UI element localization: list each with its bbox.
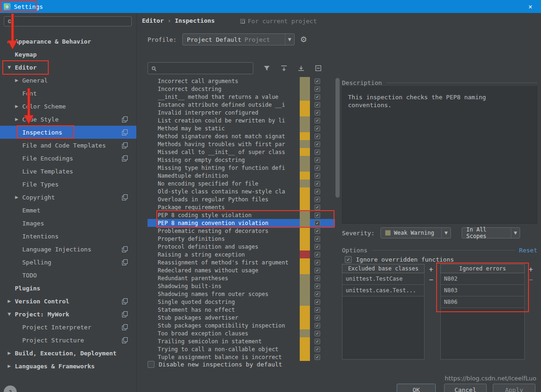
inspection-checkbox[interactable]: ✓ xyxy=(315,181,320,186)
inspection-row[interactable]: Stub packages compatibility inspection✓ xyxy=(148,321,335,329)
inspection-row[interactable]: Statement has no effect✓ xyxy=(148,306,335,314)
inspection-row[interactable]: Problematic nesting of decorators✓ xyxy=(148,227,335,235)
inspection-checkbox[interactable]: ✓ xyxy=(315,283,320,289)
sidebar-item-todo[interactable]: TODO xyxy=(0,269,136,282)
chevron-right-icon[interactable]: ▶ xyxy=(14,195,19,199)
inspection-row[interactable]: Single quoted docstring✓ xyxy=(148,298,335,306)
inspection-row[interactable]: Reassignment of method's first argument✓ xyxy=(148,258,335,266)
minus-box-icon[interactable] xyxy=(315,64,322,72)
inspection-checkbox[interactable]: ✓ xyxy=(315,126,320,131)
scrollbar-thumb[interactable] xyxy=(335,78,340,198)
sidebar-item-languages-frameworks[interactable]: ▶Languages & Frameworks xyxy=(0,360,136,373)
inspection-row[interactable]: No encoding specified for file✓ xyxy=(148,180,335,187)
sidebar-item-file-and-code-templates[interactable]: File and Code Templates xyxy=(0,139,136,152)
inspection-row[interactable]: Overloads in regular Python files✓ xyxy=(148,195,335,203)
inspection-row[interactable]: Too broad exception clauses✓ xyxy=(148,329,335,337)
excluded-class-row[interactable]: unittest.TestCase xyxy=(342,273,424,285)
chevron-right-icon[interactable]: ▶ xyxy=(14,78,19,83)
inspection-row[interactable]: Method may be static✓ xyxy=(148,124,335,132)
inspection-row[interactable]: Incorrect call arguments✓ xyxy=(148,77,335,85)
inspection-checkbox[interactable]: ✓ xyxy=(315,189,320,194)
sidebar-item-language-injections[interactable]: Language Injections xyxy=(0,243,136,256)
inspection-checkbox[interactable]: ✓ xyxy=(315,197,320,202)
inspection-checkbox[interactable]: ✓ xyxy=(315,244,320,250)
inspection-checkbox[interactable]: ✓ xyxy=(315,102,320,108)
inspection-row[interactable]: Invalid interpreter configured✓ xyxy=(148,109,335,116)
close-icon[interactable]: ✕ xyxy=(520,0,541,13)
sidebar-item-general[interactable]: ▶General xyxy=(0,74,136,87)
sidebar-search[interactable] xyxy=(4,16,132,26)
inspection-checkbox[interactable]: ✓ xyxy=(315,307,320,313)
sidebar-item-build-execution-deployment[interactable]: ▶Build, Execution, Deployment xyxy=(0,347,136,360)
inspection-checkbox[interactable]: ✓ xyxy=(315,228,320,234)
sidebar-item-plugins[interactable]: Plugins xyxy=(0,282,136,295)
breadcrumb-inspections[interactable]: Inspections xyxy=(175,17,215,24)
inspection-checkbox[interactable]: ✓ xyxy=(315,260,320,265)
inspection-row[interactable]: Package requirements✓ xyxy=(148,203,335,211)
inspection-row[interactable]: __init__ method that returns a value✓ xyxy=(148,93,335,101)
add-excluded-class-button[interactable]: + xyxy=(427,266,435,274)
disable-new-inspections-checkbox[interactable] xyxy=(148,361,155,368)
inspection-checkbox[interactable]: ✓ xyxy=(315,110,320,116)
ignore-overridden-row[interactable]: ✓ Ignore overridden functions xyxy=(345,256,454,263)
inspection-row[interactable]: Instance attribute defined outside __i✓ xyxy=(148,101,335,109)
inspections-search[interactable] xyxy=(148,62,253,74)
inspection-row[interactable]: Incorrect docstring✓ xyxy=(148,85,335,93)
inspection-row[interactable]: Missing type hinting for function defi✓ xyxy=(148,164,335,172)
inspection-row[interactable]: Old-style class contains new-style cla✓ xyxy=(148,187,335,195)
inspection-checkbox[interactable]: ✓ xyxy=(315,86,320,92)
inspection-checkbox[interactable]: ✓ xyxy=(315,134,320,139)
inspection-checkbox[interactable]: ✓ xyxy=(315,315,320,321)
inspection-row[interactable]: Shadowing built-ins✓ xyxy=(148,282,335,290)
excluded-class-row[interactable]: unittest.case.Test... xyxy=(342,285,424,296)
sidebar-item-inspections[interactable]: Inspections xyxy=(0,126,136,139)
chevron-right-icon[interactable]: ▶ xyxy=(14,117,19,122)
expand-all-icon[interactable] xyxy=(280,64,288,72)
inspection-checkbox[interactable]: ✓ xyxy=(315,291,320,297)
sidebar-item-keymap[interactable]: Keymap xyxy=(0,48,136,61)
inspection-row[interactable]: Namedtuple definition✓ xyxy=(148,172,335,180)
inspection-row[interactable]: Protocol definition and usages✓ xyxy=(148,243,335,251)
gear-icon[interactable]: ⚙ xyxy=(300,35,307,44)
inspection-row[interactable]: Raising a string exception✓ xyxy=(148,251,335,258)
sidebar-item-project-interpreter[interactable]: Project Interpreter xyxy=(0,321,136,334)
inspection-checkbox[interactable]: ✓ xyxy=(315,347,320,352)
inspection-checkbox[interactable]: ✓ xyxy=(315,268,320,273)
reset-link[interactable]: Reset xyxy=(519,247,537,254)
chevron-right-icon[interactable]: ▶ xyxy=(6,299,12,303)
inspections-search-input[interactable] xyxy=(159,65,249,72)
inspection-checkbox[interactable]: ✓ xyxy=(315,173,320,179)
chevron-right-icon[interactable]: ▶ xyxy=(6,39,12,44)
inspection-row[interactable]: Method signature does not match signat✓ xyxy=(148,132,335,140)
chevron-right-icon[interactable]: ▶ xyxy=(6,351,12,355)
sidebar-search-input[interactable] xyxy=(15,18,128,25)
inspection-row[interactable]: Redeclared names without usage✓ xyxy=(148,266,335,274)
sidebar-item-editor[interactable]: ▼Editor xyxy=(0,61,136,74)
disable-new-inspections-row[interactable]: Disable new inspections by default xyxy=(148,361,282,368)
inspection-checkbox[interactable]: ✓ xyxy=(315,299,320,305)
add-ignored-error-button[interactable]: + xyxy=(527,266,535,274)
severity-combobox[interactable]: Weak Warning ▼ xyxy=(380,227,451,238)
inspection-row[interactable]: Methods having troubles with first par✓ xyxy=(148,140,335,148)
inspection-row[interactable]: Redundant parentheses✓ xyxy=(148,274,335,282)
inspection-row[interactable]: Stub packages advertiser✓ xyxy=(148,314,335,321)
scrollbar[interactable] xyxy=(335,77,340,361)
chevron-right-icon[interactable]: ▶ xyxy=(14,104,19,109)
sidebar-item-font[interactable]: Font xyxy=(0,87,136,100)
inspection-row[interactable]: List creation could be rewritten by li✓ xyxy=(148,116,335,124)
sidebar-item-color-scheme[interactable]: ▶Color Scheme xyxy=(0,100,136,113)
inspection-checkbox[interactable]: ✓ xyxy=(315,205,320,210)
chevron-right-icon[interactable]: ▶ xyxy=(6,364,12,368)
apply-button[interactable]: Apply xyxy=(493,384,535,392)
inspection-checkbox[interactable]: ✓ xyxy=(315,94,320,100)
ignored-error-row[interactable]: N806 xyxy=(441,296,524,308)
remove-excluded-class-button[interactable]: − xyxy=(427,276,435,284)
ignore-overridden-checkbox[interactable]: ✓ xyxy=(345,256,352,263)
sidebar-item-images[interactable]: Images xyxy=(0,217,136,230)
remove-ignored-error-button[interactable]: − xyxy=(527,276,535,284)
sidebar-item-project-mywork[interactable]: ▼Project: MyWork xyxy=(0,308,136,321)
inspection-row[interactable]: Tuple assignment balance is incorrect✓ xyxy=(148,353,335,361)
inspection-row[interactable]: PEP 8 naming convention violation✓ xyxy=(148,219,335,227)
sidebar-item-copyright[interactable]: ▶Copyright xyxy=(0,191,136,204)
inspection-checkbox[interactable]: ✓ xyxy=(315,276,320,281)
